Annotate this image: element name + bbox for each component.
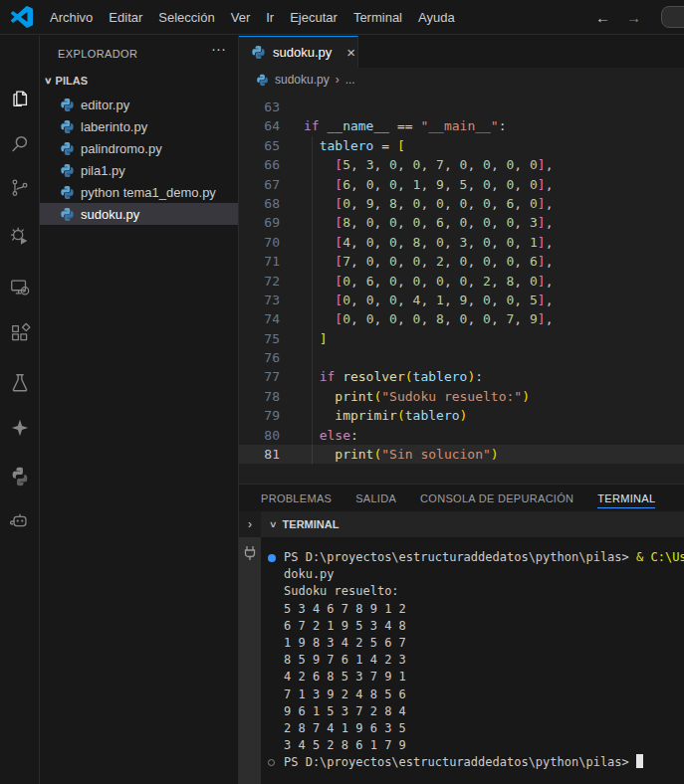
file-row-editor-py[interactable]: editor.py <box>40 94 238 115</box>
file-row-palindromo-py[interactable]: palindromo.py <box>40 137 238 159</box>
panel-tab-salida[interactable]: SALIDA <box>343 485 408 511</box>
plug-icon <box>243 545 257 561</box>
line-number: 71 <box>239 252 280 271</box>
panel-tab-problemas[interactable]: PROBLEMAS <box>249 485 343 511</box>
tab-sudoku-py[interactable]: sudoku.py × <box>239 36 358 68</box>
code-editor[interactable]: 6364if __name__ == "__main__":65 tablero… <box>239 92 684 484</box>
code-line-72: 72 [0, 6, 0, 0, 0, 0, 2, 8, 0], <box>239 272 684 291</box>
code-line-67: 67 [6, 0, 0, 1, 9, 5, 0, 0, 0], <box>239 175 684 194</box>
explorer-more-actions-icon[interactable]: ··· <box>211 40 226 57</box>
terminal-line: PS D:\proyectos\estructuraddedatos\pytho… <box>261 549 684 566</box>
menu-item-terminal[interactable]: Terminal <box>345 0 410 34</box>
close-icon[interactable]: × <box>346 44 355 61</box>
python-file-icon <box>60 119 75 134</box>
files-icon[interactable] <box>0 84 40 113</box>
folder-section-pilas[interactable]: ∨ PILAS <box>45 75 88 87</box>
file-row-sudoku-py[interactable]: sudoku.py <box>40 203 238 225</box>
tab-label: sudoku.py <box>273 45 332 60</box>
forward-arrow-icon[interactable]: → <box>626 9 641 26</box>
line-number: 77 <box>239 367 280 386</box>
line-number: 70 <box>239 233 280 252</box>
terminal-line: 3 4 5 2 8 6 1 7 9 <box>261 737 684 754</box>
python-icon[interactable] <box>0 462 40 491</box>
file-row-pila1-py[interactable]: pila1.py <box>40 159 238 181</box>
line-number: 64 <box>239 116 280 135</box>
file-row-python-tema1-demo-py[interactable]: python tema1_demo.py <box>40 181 238 203</box>
python-file-icon <box>60 141 75 156</box>
source-control-icon[interactable] <box>0 173 40 203</box>
code-line-77: 77 if resolver(tablero): <box>239 367 684 386</box>
folder-name: PILAS <box>56 75 88 87</box>
file-list: editor.pylaberinto.pypalindromo.pypila1.… <box>40 94 238 225</box>
breadcrumb-symbol[interactable]: ... <box>345 73 355 87</box>
line-number: 68 <box>239 194 280 213</box>
robot-icon[interactable] <box>0 506 40 536</box>
python-file-icon <box>60 185 75 200</box>
panel-tab-consola-de-depuracion[interactable]: CONSOLA DE DEPURACIÓN <box>408 485 585 511</box>
terminal-line: 9 6 1 5 3 7 2 8 4 <box>261 703 684 720</box>
code-line-63: 63 <box>239 98 684 116</box>
terminal-line: 2 8 7 4 1 9 6 3 5 <box>261 720 684 737</box>
chevron-down-icon[interactable]: ∨ <box>269 519 278 529</box>
breadcrumb[interactable]: sudoku.py › ... <box>239 68 684 92</box>
file-name: python tema1_demo.py <box>81 185 216 200</box>
terminal-line: 8 5 9 7 6 1 4 2 3 <box>261 652 684 669</box>
code-line-66: 66 [5, 3, 0, 0, 7, 0, 0, 0, 0], <box>239 155 684 174</box>
menu-item-ayuda[interactable]: Ayuda <box>410 0 463 34</box>
code-line-73: 73 [0, 0, 0, 4, 1, 9, 0, 0, 5], <box>239 291 684 309</box>
terminal-line: 4 2 6 8 5 3 7 9 1 <box>261 669 684 686</box>
menu-item-editar[interactable]: Editar <box>101 0 150 34</box>
terminal-line: 7 1 3 9 2 4 8 5 6 <box>261 686 684 703</box>
menu-item-archivo[interactable]: Archivo <box>42 0 101 34</box>
menu-item-ir[interactable]: Ir <box>258 0 282 34</box>
file-name: pila1.py <box>81 163 125 178</box>
code-line-74: 74 [0, 0, 0, 0, 8, 0, 0, 7, 9], <box>239 309 684 328</box>
file-name: laberinto.py <box>81 119 147 134</box>
search-icon[interactable] <box>0 129 40 159</box>
menu-item-ejecutar[interactable]: Ejecutar <box>282 0 345 34</box>
remote-explorer-icon[interactable] <box>0 273 40 302</box>
terminal-line: doku.py <box>261 566 684 583</box>
terminal-line: PS D:\proyectos\estructuraddedatos\pytho… <box>261 754 684 771</box>
breadcrumb-file[interactable]: sudoku.py <box>275 73 330 87</box>
editor-tab-bar: sudoku.py × <box>239 36 684 68</box>
file-row-laberinto-py[interactable]: laberinto.py <box>40 115 238 137</box>
activity-bar <box>0 36 40 784</box>
panel-tab-bar: PROBLEMASSALIDACONSOLA DE DEPURACIÓNTERM… <box>239 485 684 511</box>
file-name: palindromo.py <box>81 141 162 156</box>
command-center-search[interactable] <box>661 6 684 28</box>
ports-strip[interactable] <box>239 537 261 784</box>
explorer-title: EXPLORADOR <box>58 48 137 60</box>
line-number: 74 <box>239 309 280 328</box>
panel-tab-terminal[interactable]: TERMINAL <box>585 485 667 511</box>
testing-icon[interactable] <box>0 368 40 398</box>
code-line-68: 68 [0, 9, 8, 0, 0, 0, 0, 6, 0], <box>239 194 684 213</box>
collapsed-view-chevron-icon[interactable]: › <box>239 511 261 537</box>
vscode-logo-icon <box>11 6 33 28</box>
menubar: ArchivoEditarSelecciónVerIrEjecutarTermi… <box>0 0 684 35</box>
terminal-line: Sudoku resuelto: <box>261 583 684 600</box>
run-debug-icon[interactable] <box>0 221 40 251</box>
terminal-section-header: › ∨ TERMINAL <box>239 511 684 537</box>
terminal-line: 6 7 2 1 9 5 3 4 8 <box>261 618 684 635</box>
command-success-decoration[interactable] <box>268 554 276 562</box>
line-number: 72 <box>239 272 280 291</box>
menu-items: ArchivoEditarSelecciónVerIrEjecutarTermi… <box>42 0 463 34</box>
menu-item-ver[interactable]: Ver <box>223 0 259 34</box>
chevron-right-icon: › <box>336 73 340 87</box>
terminal[interactable]: PS D:\proyectos\estructuraddedatos\pytho… <box>261 537 684 784</box>
code-line-79: 79 imprimir(tablero) <box>239 406 684 425</box>
prompt-decoration[interactable] <box>268 759 275 766</box>
code-line-69: 69 [8, 0, 0, 0, 6, 0, 0, 0, 3], <box>239 213 684 232</box>
line-number: 81 <box>239 445 280 464</box>
menu-item-seleccion[interactable]: Selección <box>150 0 222 34</box>
code-line-80: 80 else: <box>239 426 684 445</box>
extensions-icon[interactable] <box>0 318 40 348</box>
terminal-line: 1 9 8 3 4 2 5 6 7 <box>261 635 684 652</box>
terminal-cursor <box>636 754 643 768</box>
chevron-down-icon: ∨ <box>44 76 53 86</box>
back-arrow-icon[interactable]: ← <box>595 9 610 26</box>
sparkle-icon[interactable] <box>0 413 40 443</box>
line-number: 63 <box>239 98 280 116</box>
code-line-70: 70 [4, 0, 0, 8, 0, 3, 0, 0, 1], <box>239 233 684 252</box>
